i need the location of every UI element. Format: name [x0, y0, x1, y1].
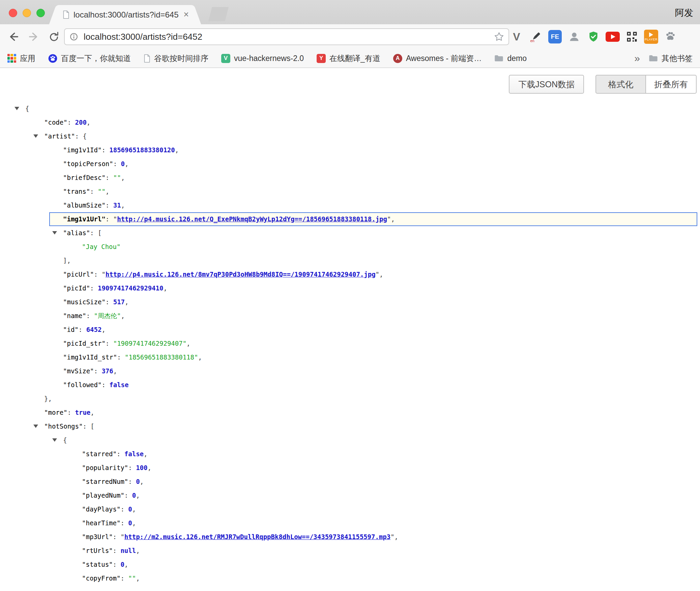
json-token: "Jay Chou" [82, 243, 120, 250]
page-content: 下载JSON数据 格式化 折叠所有 {"code": 200,"artist":… [0, 69, 700, 591]
json-token: "playedNum" [82, 492, 124, 499]
youtube-extension-icon[interactable] [605, 29, 620, 44]
tab-close-button[interactable]: × [183, 10, 189, 19]
profile-name[interactable]: 阿发 [675, 7, 693, 19]
download-json-button[interactable]: 下载JSON数据 [509, 75, 584, 94]
browser-window: localhost:3000/artists?id=645 × 阿发 local… [0, 0, 700, 591]
bookmark-item-awesomes[interactable]: A Awesomes - 前端资… [393, 53, 482, 64]
tab-bar: localhost:3000/artists?id=645 × 阿发 [0, 0, 700, 24]
window-zoom-button[interactable] [36, 9, 45, 17]
json-token: "albumSize" [63, 201, 106, 209]
qrcode-extension-icon[interactable] [624, 29, 639, 44]
browser-tab[interactable]: localhost:3000/artists?id=645 × [58, 5, 192, 24]
json-token: , [121, 312, 124, 319]
gesture-extension-icon[interactable]: V [509, 29, 524, 44]
collapse-all-button[interactable]: 折叠所有 [646, 75, 697, 94]
json-line: "albumSize": 31, [0, 198, 700, 212]
json-token: , [124, 561, 128, 568]
bookmark-item-demo[interactable]: demo [494, 54, 527, 63]
json-line: "dayPlays": 0, [0, 502, 700, 516]
profile-extension-icon[interactable] [567, 29, 582, 44]
json-token: "starred" [82, 450, 117, 458]
json-line: "trans": "", [0, 185, 700, 198]
format-button[interactable]: 格式化 [595, 75, 646, 94]
json-token: "musicSize" [63, 298, 106, 306]
json-token: : [106, 201, 113, 209]
player-extension-icon[interactable]: PLAYER [644, 29, 659, 44]
arrow-left-icon [7, 30, 20, 43]
json-token: , [125, 160, 128, 167]
json-url-link[interactable]: http://p4.music.126.net/Q_ExePNkmqB2yWyL… [117, 215, 387, 223]
fehelper-extension-icon[interactable]: FE [548, 29, 562, 44]
json-token: " [101, 271, 105, 278]
json-token: : [120, 505, 128, 513]
json-token: : [113, 533, 121, 540]
bookmark-item-apps[interactable]: 应用 [7, 53, 35, 64]
paw-icon [665, 31, 676, 42]
window-controls [9, 9, 45, 17]
json-line: "alias": [ [0, 226, 700, 240]
json-line: "followed": false [0, 378, 700, 392]
person-icon [568, 31, 580, 43]
json-token: : [124, 492, 132, 499]
json-line: "rtUrls": null, [0, 544, 700, 558]
apps-grid-icon [7, 54, 16, 63]
window-close-button[interactable] [9, 9, 17, 17]
collapse-toggle-icon[interactable] [33, 425, 38, 428]
bookmarks-overflow-chevron[interactable]: » [634, 53, 640, 64]
json-line: { [0, 102, 700, 116]
json-token: , [186, 340, 190, 347]
json-token: 31 [113, 201, 121, 209]
other-bookmarks-folder[interactable]: 其他书签 [649, 53, 693, 64]
json-token: 0 [120, 561, 124, 568]
json-token: : [94, 367, 102, 375]
json-line: "copyFrom": "", [0, 571, 700, 585]
url-text[interactable]: localhost:3000/artists?id=6452 [84, 32, 494, 42]
json-token: ], [63, 257, 71, 264]
json-token: : [79, 326, 86, 333]
collapse-toggle-icon[interactable] [33, 134, 38, 138]
extensions-bar: V en FE PLAYER [509, 29, 678, 44]
collapse-toggle-icon[interactable] [14, 107, 19, 110]
json-token: : [101, 381, 109, 388]
json-token: 0 [136, 478, 140, 485]
translate-extension-icon[interactable]: en [528, 29, 543, 44]
bookmark-item-vue-hackernews[interactable]: V vue-hackernews-2.0 [221, 54, 304, 63]
forward-button[interactable] [27, 30, 40, 43]
json-viewer: {"code": 200,"artist": {"img1v1Id": 1856… [0, 102, 700, 585]
collapse-toggle-icon[interactable] [52, 438, 57, 442]
json-token: , [144, 450, 147, 458]
json-token: "alias" [63, 229, 90, 237]
json-token: false [109, 381, 128, 388]
json-token: , [198, 353, 202, 361]
reload-button[interactable] [47, 30, 61, 43]
back-button[interactable] [7, 30, 20, 43]
window-minimize-button[interactable] [23, 9, 31, 17]
adblock-extension-icon[interactable] [586, 29, 601, 44]
json-url-link[interactable]: http://m2.music.126.net/RMJR7wDullRqppBk… [124, 533, 390, 540]
bookmark-item-google-sort[interactable]: 谷歌按时间排序 [144, 53, 208, 64]
json-token: , [136, 547, 140, 554]
page-info-icon[interactable] [69, 32, 79, 42]
collapse-toggle-icon[interactable] [52, 231, 57, 235]
address-bar[interactable]: localhost:3000/artists?id=6452 [64, 28, 509, 45]
view-mode-segmented-control: 格式化 折叠所有 [595, 75, 697, 94]
json-token: , [121, 174, 125, 181]
json-token: { [63, 436, 67, 444]
bookmark-item-youdao[interactable]: Y 在线翻译_有道 [317, 53, 380, 64]
bookmarks-bar: 应用 百度一下，你就知道 谷歌按时间排序 V vue-hackernews-2.… [0, 49, 700, 68]
json-token: "trans" [63, 188, 90, 195]
json-line: "artist": { [0, 129, 700, 143]
bookmark-star-icon[interactable] [494, 31, 504, 42]
json-token: "popularity" [82, 464, 128, 471]
json-url-link[interactable]: http://p4.music.126.net/8mv7qP30Pd3oHW8b… [106, 271, 376, 278]
json-token: "id" [63, 326, 79, 333]
json-token: "hotSongs" [44, 423, 83, 430]
bookmark-item-baidu[interactable]: 百度一下，你就知道 [48, 53, 131, 64]
paw-extension-icon[interactable] [663, 29, 678, 44]
json-line: "picId": 19097417462929410, [0, 281, 700, 295]
new-tab-button[interactable] [208, 7, 229, 21]
json-token: : [67, 119, 75, 126]
json-token: "mp3Url" [82, 533, 113, 540]
json-line: "hearTime": 0, [0, 516, 700, 530]
